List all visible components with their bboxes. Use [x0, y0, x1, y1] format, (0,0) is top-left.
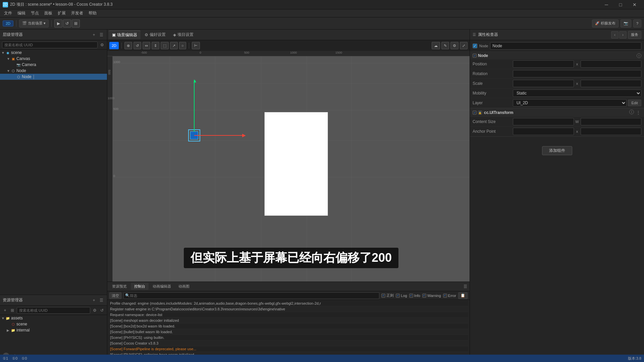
publish-button[interactable]: 🚀 积极发布 [592, 19, 619, 27]
services-tab[interactable]: 服务 [628, 31, 641, 39]
position-x-input[interactable]: 100 [513, 60, 574, 68]
normal-checkbox[interactable] [381, 294, 385, 298]
menu-edit[interactable]: 编辑 [15, 10, 28, 17]
tab-scene-editor[interactable]: ▣ 场景编辑器 [109, 31, 141, 39]
vp-cloud-btn[interactable]: ☁ [432, 42, 440, 49]
axis-x [194, 135, 243, 136]
vp-sep-1 [121, 43, 122, 49]
maximize-button[interactable]: □ [614, 0, 627, 9]
play-button[interactable]: ▶ [54, 19, 62, 27]
menu-file[interactable]: 文件 [1, 10, 15, 17]
add-component-button[interactable]: 添加组件 [542, 146, 572, 155]
node-info-icon[interactable]: i [637, 53, 641, 58]
uitransform-menu-icon[interactable]: ⋮ [635, 110, 641, 116]
vp-tool-scale[interactable]: ⇔ [143, 42, 150, 49]
asset-filter-btn[interactable]: ⚙ [92, 307, 98, 313]
node-section-checkbox[interactable] [473, 54, 477, 58]
hierarchy-filter-button[interactable]: ⚙ [99, 42, 105, 48]
layout-button[interactable]: ⊞ [72, 19, 80, 27]
tree-item-node-selected[interactable]: ⬡ Node │ [0, 74, 107, 80]
vp-edit-btn[interactable]: ✎ [441, 42, 449, 49]
content-size-h-input[interactable]: 100 [581, 118, 642, 125]
scene-selector[interactable]: 🎬 当前场景 ▾ [19, 19, 49, 27]
vp-tool-move[interactable]: ⊕ [124, 42, 132, 49]
hierarchy-add-button[interactable]: + [91, 32, 97, 38]
vp-mode-2d[interactable]: 2D [109, 42, 119, 49]
menu-node[interactable]: 节点 [28, 10, 42, 17]
tab-project-settings[interactable]: ◈ 项目设置 [170, 31, 197, 39]
tree-item-assets[interactable]: ▼ 📁 assets [0, 315, 107, 321]
preferences-icon: ⚙ [145, 33, 148, 37]
info-checkbox[interactable] [409, 294, 413, 298]
mobility-select[interactable]: Static Stationary Moving [513, 89, 641, 97]
mode-2d-button[interactable]: 2D [3, 20, 13, 26]
vp-tool-transform[interactable]: ↗ [170, 42, 178, 49]
content-size-w-input[interactable]: 100 [513, 118, 574, 125]
nav-back-button[interactable]: ‹ [611, 31, 619, 39]
tab-asset-preview[interactable]: 资源预览 [109, 283, 130, 290]
vp-tool-extra[interactable]: ⊢ [192, 42, 200, 49]
layer-edit-button[interactable]: Edit [628, 100, 641, 106]
scene-drawing[interactable]: 1000 500 0 [113, 56, 470, 282]
refresh-button[interactable]: ↺ [63, 19, 71, 27]
nav-forward-button[interactable]: › [619, 31, 627, 39]
tree-item-asset-scene[interactable]: ⬡ scene [0, 321, 107, 327]
warning-checkbox[interactable] [422, 294, 426, 298]
tree-item-node-parent[interactable]: ▼ ⬡ Node [0, 68, 107, 74]
console-normal-label: 正则 [381, 293, 394, 298]
node-name-input[interactable] [490, 42, 641, 50]
help-button[interactable]: ? [633, 19, 641, 27]
console-filter-input[interactable] [130, 294, 378, 298]
console-tab-menu[interactable]: ☰ [462, 284, 468, 290]
tree-item-asset-internal[interactable]: ▶ 📁 internal [0, 327, 107, 333]
node-enabled-checkbox[interactable]: ✓ [473, 44, 477, 48]
main-toolbar: 2D 🎬 当前场景 ▾ ▶ ↺ ⊞ 🚀 积极发布 📷 ? [0, 17, 644, 29]
asset-add-btn2[interactable]: + [2, 307, 8, 313]
menu-extend[interactable]: 扩展 [55, 10, 68, 17]
tab-preferences[interactable]: ⚙ 偏好设置 [141, 31, 169, 39]
vp-tool-rect[interactable]: ⬚ [161, 42, 169, 49]
log-checkbox[interactable] [396, 294, 400, 298]
vp-fullscreen-btn[interactable]: ⤢ [460, 42, 468, 49]
asset-add-button[interactable]: + [91, 297, 97, 303]
scale-y-input[interactable]: 1 [581, 80, 642, 87]
anchor-y-input[interactable]: 0.5 [581, 128, 642, 135]
vp-tool-stretch[interactable]: ⇕ [152, 42, 159, 49]
hierarchy-search-input[interactable] [2, 42, 98, 48]
hierarchy-menu-button[interactable]: ☰ [98, 32, 104, 38]
uitransform-info-icon[interactable]: i [629, 110, 634, 114]
rotation-input[interactable]: 0 [513, 70, 641, 77]
anchor-x-input[interactable]: 0.5 [513, 128, 574, 135]
error-checkbox[interactable] [443, 294, 447, 298]
asset-search-input[interactable] [17, 307, 90, 314]
tree-item-camera[interactable]: 📷 Camera [0, 62, 107, 68]
console-menu-icon[interactable]: ☰ [462, 284, 468, 290]
tab-console[interactable]: 控制台 [131, 283, 149, 290]
tree-item-scene[interactable]: ▼ ◉ scene [0, 50, 107, 56]
uitransform-lock[interactable]: 🔒 [478, 111, 482, 115]
position-y-input[interactable]: 0 [581, 60, 642, 68]
screenshot-button[interactable]: 📷 [621, 19, 631, 27]
console-tabs: 资源预览 控制台 动画编辑器 动画图 ☰ [107, 282, 470, 291]
console-extra-button[interactable]: 📋 [458, 292, 468, 299]
menu-panel[interactable]: 面板 [42, 10, 55, 17]
tab-anim-editor[interactable]: 动画编辑器 [149, 283, 174, 290]
tab-anim-graph[interactable]: 动画图 [175, 283, 193, 290]
tree-item-canvas[interactable]: ▼ ▣ Canvas [0, 56, 107, 62]
menu-developer[interactable]: 开发者 [68, 10, 86, 17]
vp-tool-anchor[interactable]: ○ [179, 42, 186, 49]
asset-layout-btn[interactable]: ⊞ [9, 307, 15, 313]
asset-refresh-btn[interactable]: ↺ [99, 307, 105, 313]
uitransform-checkbox[interactable] [473, 111, 477, 115]
uitransform-section-header[interactable]: 🔒 cc.UITransform i ⋮ [470, 108, 644, 117]
layer-select[interactable]: UI_2D DEFAULT [513, 99, 627, 107]
minimize-button[interactable]: ─ [600, 0, 613, 9]
console-clear-button[interactable]: 清空 [109, 292, 121, 299]
scale-x-input[interactable]: 1 [513, 80, 574, 87]
vp-tool-rotate[interactable]: ↺ [133, 42, 141, 49]
asset-menu-button[interactable]: ☰ [98, 297, 104, 303]
menu-help[interactable]: 帮助 [86, 10, 99, 17]
vp-settings-btn[interactable]: ⚙ [450, 42, 459, 49]
close-button[interactable]: ✕ [628, 0, 641, 9]
node-section-header[interactable]: Node i [470, 52, 644, 59]
